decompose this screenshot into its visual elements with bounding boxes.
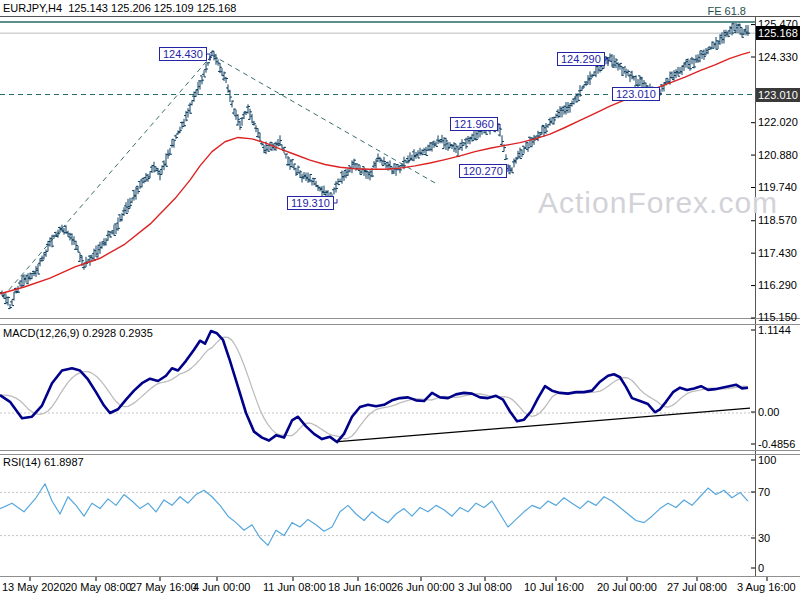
price-axis-label: 120.880	[758, 149, 798, 162]
time-axis-label: 27 Jul 08:00	[667, 581, 727, 594]
price-axis-label: 117.430	[758, 247, 797, 260]
price-axis-label: 118.570	[758, 214, 797, 227]
time-axis-label: 20 May 08:00	[65, 581, 132, 594]
rsi-indicator-label: RSI(14) 61.8987	[3, 456, 84, 469]
macd-axis-label: -0.4856	[758, 438, 795, 451]
time-axis-label: 26 Jun 00:00	[391, 581, 455, 594]
chart-annotation-121-960: 121.960	[450, 117, 498, 131]
time-axis-label: 4 Jun 00:00	[193, 581, 251, 594]
macd-indicator-label: MACD(12,26,9) 0.2928 0.2935	[3, 327, 153, 340]
macd-axis-label: 0.00	[758, 406, 779, 419]
actionforex-watermark: ActionForex.com	[538, 196, 778, 209]
rsi-axis-label: 100	[758, 454, 776, 467]
time-axis-label: 18 Jun 16:00	[328, 581, 392, 594]
fibonacci-extension-label: FE 61.8	[707, 5, 746, 18]
price-axis-label: 116.290	[758, 279, 797, 292]
trading-chart-window: EURJPY,H4 125.143 125.206 125.109 125.16…	[0, 0, 800, 600]
time-axis-label: 27 May 16:00	[130, 581, 197, 594]
time-axis-label: 3 Jul 08:00	[458, 581, 512, 594]
price-axis-label: 124.330	[758, 51, 798, 64]
macd-axis-label: 1.1144	[758, 324, 791, 337]
time-axis-label: 10 Jul 16:00	[524, 581, 584, 594]
rsi-axis-label: 30	[758, 532, 770, 545]
price-axis-label: 122.020	[758, 116, 798, 129]
support-level-axis-box: 123.010	[756, 88, 800, 102]
chart-annotation-124-290: 124.290	[557, 52, 605, 66]
rsi-axis-label: 0	[758, 562, 764, 575]
current-price-axis-box: 125.168	[756, 26, 800, 40]
time-axis-label: 11 Jun 08:00	[263, 581, 326, 594]
price-axis-label: 119.740	[758, 181, 797, 194]
time-axis-label: 20 Jul 00:00	[597, 581, 657, 594]
rsi-axis-label: 70	[758, 486, 770, 499]
symbol-ohlc-header: EURJPY,H4 125.143 125.206 125.109 125.16…	[3, 2, 236, 15]
chart-annotation-123-010: 123.010	[612, 87, 660, 101]
chart-annotation-120-270: 120.270	[459, 164, 507, 178]
chart-canvas[interactable]	[0, 0, 800, 600]
chart-annotation-124-430: 124.430	[159, 47, 207, 61]
time-axis-label: 13 May 2020	[2, 581, 66, 594]
time-axis-label: 3 Aug 16:00	[737, 581, 796, 594]
chart-annotation-119-310: 119.310	[287, 196, 334, 210]
